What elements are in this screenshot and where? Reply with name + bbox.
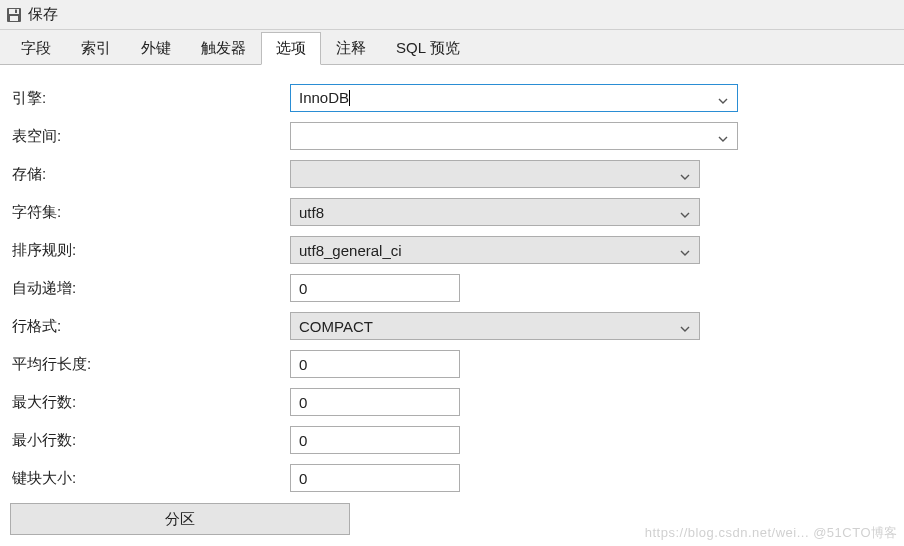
row-maxrows: 最大行数: 0	[10, 383, 894, 421]
chevron-down-icon	[677, 242, 693, 259]
svg-rect-1	[9, 9, 19, 14]
row-tablespace: 表空间:	[10, 117, 894, 155]
maxrows-input[interactable]: 0	[290, 388, 460, 416]
engine-combobox[interactable]: InnoDB	[290, 84, 738, 112]
label-avgrowlen: 平均行长度:	[10, 355, 290, 374]
avgrowlen-value: 0	[299, 356, 307, 373]
chevron-down-icon	[715, 90, 731, 107]
tab-label: 字段	[21, 39, 51, 56]
tab-label: 注释	[336, 39, 366, 56]
chevron-down-icon	[677, 204, 693, 221]
charset-value: utf8	[299, 204, 324, 221]
svg-rect-3	[15, 9, 17, 13]
tab-label: 触发器	[201, 39, 246, 56]
tab-indexes[interactable]: 索引	[66, 32, 126, 65]
collation-combobox[interactable]: utf8_general_ci	[290, 236, 700, 264]
charset-combobox[interactable]: utf8	[290, 198, 700, 226]
tab-label: SQL 预览	[396, 39, 460, 56]
label-minrows: 最小行数:	[10, 431, 290, 450]
row-storage: 存储:	[10, 155, 894, 193]
tab-options[interactable]: 选项	[261, 32, 321, 65]
save-icon	[6, 7, 22, 23]
window: 保存 字段 索引 外键 触发器 选项 注释 SQL 预览 引擎: InnoDB …	[0, 0, 904, 546]
row-keyblock: 键块大小: 0	[10, 459, 894, 497]
window-title: 保存	[28, 5, 58, 24]
autoinc-input[interactable]: 0	[290, 274, 460, 302]
label-engine: 引擎:	[10, 89, 290, 108]
collation-value: utf8_general_ci	[299, 242, 402, 259]
label-keyblock: 键块大小:	[10, 469, 290, 488]
partition-button[interactable]: 分区	[10, 503, 350, 535]
minrows-input[interactable]: 0	[290, 426, 460, 454]
tab-label: 外键	[141, 39, 171, 56]
label-charset: 字符集:	[10, 203, 290, 222]
engine-value: InnoDB	[299, 89, 350, 107]
maxrows-value: 0	[299, 394, 307, 411]
tab-comments[interactable]: 注释	[321, 32, 381, 65]
row-rowformat: 行格式: COMPACT	[10, 307, 894, 345]
keyblock-value: 0	[299, 470, 307, 487]
keyblock-input[interactable]: 0	[290, 464, 460, 492]
storage-combobox[interactable]	[290, 160, 700, 188]
label-maxrows: 最大行数:	[10, 393, 290, 412]
row-collation: 排序规则: utf8_general_ci	[10, 231, 894, 269]
label-collation: 排序规则:	[10, 241, 290, 260]
tablespace-combobox[interactable]	[290, 122, 738, 150]
tabstrip: 字段 索引 外键 触发器 选项 注释 SQL 预览	[0, 30, 904, 64]
row-autoinc: 自动递增: 0	[10, 269, 894, 307]
row-engine: 引擎: InnoDB	[10, 79, 894, 117]
autoinc-value: 0	[299, 280, 307, 297]
titlebar: 保存	[0, 0, 904, 30]
avgrowlen-input[interactable]: 0	[290, 350, 460, 378]
options-panel: 引擎: InnoDB 表空间: 存储:	[0, 64, 904, 546]
chevron-down-icon	[677, 166, 693, 183]
label-storage: 存储:	[10, 165, 290, 184]
minrows-value: 0	[299, 432, 307, 449]
tab-label: 选项	[276, 39, 306, 56]
row-minrows: 最小行数: 0	[10, 421, 894, 459]
label-autoinc: 自动递增:	[10, 279, 290, 298]
tab-sql-preview[interactable]: SQL 预览	[381, 32, 475, 65]
chevron-down-icon	[715, 128, 731, 145]
label-tablespace: 表空间:	[10, 127, 290, 146]
tab-foreign-keys[interactable]: 外键	[126, 32, 186, 65]
row-avgrowlen: 平均行长度: 0	[10, 345, 894, 383]
rowformat-combobox[interactable]: COMPACT	[290, 312, 700, 340]
tab-label: 索引	[81, 39, 111, 56]
tab-triggers[interactable]: 触发器	[186, 32, 261, 65]
chevron-down-icon	[677, 318, 693, 335]
svg-rect-2	[10, 16, 18, 21]
label-rowformat: 行格式:	[10, 317, 290, 336]
row-charset: 字符集: utf8	[10, 193, 894, 231]
tab-fields[interactable]: 字段	[6, 32, 66, 65]
rowformat-value: COMPACT	[299, 318, 373, 335]
text-caret	[349, 90, 350, 106]
partition-button-label: 分区	[165, 510, 195, 529]
